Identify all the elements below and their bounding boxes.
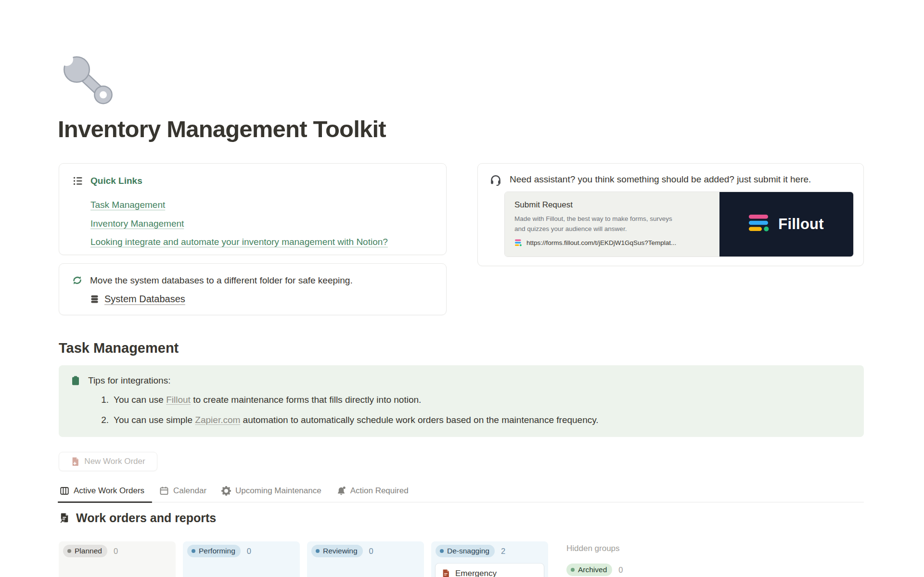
board-title: Work orders and reports	[76, 511, 216, 525]
quick-links-title: Quick Links	[90, 176, 142, 186]
embed-title: Submit Request	[514, 200, 710, 210]
column-de-snagging: De-snagging 2 Emergency	[431, 541, 548, 577]
group-chip-planned[interactable]: Planned	[63, 545, 107, 557]
status-dot	[571, 568, 575, 572]
tab-upcoming-maintenance[interactable]: Upcoming Maintenance	[220, 486, 322, 502]
status-dot	[316, 549, 320, 553]
bell-dot-icon	[336, 486, 346, 496]
status-dot	[440, 549, 444, 553]
list-icon	[73, 176, 83, 186]
group-count: 0	[369, 547, 373, 556]
tip-item-1: 1. You can use Fillout to create mainten…	[97, 394, 852, 406]
link-inventory-management[interactable]: Inventory Management	[90, 215, 184, 233]
system-databases-card: Move the system databases to a different…	[59, 263, 447, 315]
group-count: 0	[618, 565, 623, 575]
assist-card: Need assistant? you think something shou…	[477, 163, 864, 266]
link-automate-inventory[interactable]: Looking integrate and automate your inve…	[90, 233, 388, 252]
zapier-link[interactable]: Zapier.com	[195, 415, 240, 425]
fillout-link[interactable]: Fillout	[166, 395, 191, 405]
tips-callout: Tips for integrations: 1. You can use Fi…	[59, 365, 864, 437]
page-title: Inventory Management Toolkit	[58, 115, 386, 142]
tips-title: Tips for integrations:	[88, 375, 170, 386]
notion-page: Inventory Management Toolkit Quick Links…	[0, 0, 924, 577]
card-emergency[interactable]: Emergency	[436, 564, 544, 577]
column-performing: Performing 0	[183, 541, 300, 577]
board-columns-icon	[60, 486, 69, 496]
column-planned: Planned 0	[59, 541, 176, 577]
callout-text: Move the system databases to a different…	[90, 275, 353, 286]
embed-info: Submit Request Made with Fillout, the be…	[505, 192, 719, 256]
tab-calendar[interactable]: Calendar	[158, 486, 207, 502]
fillout-favicon-icon	[514, 239, 523, 247]
document-plus-icon	[71, 457, 80, 466]
linked-database-icon	[59, 512, 71, 524]
task-management-heading: Task Management	[59, 340, 179, 356]
group-count: 2	[501, 547, 505, 556]
status-dot	[67, 549, 71, 553]
hidden-groups-label: Hidden groups	[566, 544, 623, 553]
board-heading: Work orders and reports	[59, 511, 216, 525]
embed-description: Made with Fillout, the best way to make …	[514, 214, 683, 234]
column-reviewing: Reviewing 0	[307, 541, 424, 577]
kanban-board: Planned 0 Performing 0 Reviewing 0	[59, 541, 864, 577]
calendar-icon	[159, 486, 169, 496]
group-chip-de-snagging[interactable]: De-snagging	[436, 545, 495, 557]
tip-item-2: 2. You can use simple Zapier.com automat…	[97, 414, 852, 426]
sync-icon	[71, 274, 83, 286]
assist-text: Need assistant? you think something shou…	[510, 173, 811, 186]
tab-active-work-orders[interactable]: Active Work Orders	[59, 486, 145, 502]
group-chip-performing[interactable]: Performing	[187, 545, 241, 557]
tab-action-required[interactable]: Action Required	[335, 486, 410, 502]
wrench-icon[interactable]	[59, 51, 116, 110]
hidden-groups-section: Hidden groups Archived 0	[566, 544, 623, 576]
fillout-brand-text: Fillout	[778, 216, 823, 233]
group-count: 0	[247, 547, 251, 556]
document-icon	[441, 569, 450, 577]
view-tabs: Active Work Orders Calendar	[59, 486, 864, 502]
group-chip-reviewing[interactable]: Reviewing	[311, 545, 363, 557]
fillout-logo-icon	[749, 215, 772, 234]
gear-icon	[221, 486, 231, 496]
status-dot	[192, 549, 195, 553]
link-task-management[interactable]: Task Management	[90, 196, 165, 215]
fillout-embed-bookmark[interactable]: Submit Request Made with Fillout, the be…	[504, 192, 854, 257]
database-icon	[90, 294, 100, 304]
clipboard-icon	[70, 375, 81, 386]
group-count: 0	[114, 547, 118, 556]
fillout-logo: Fillout	[719, 192, 853, 256]
new-work-order-button[interactable]: New Work Order	[59, 452, 157, 471]
system-databases-link[interactable]: System Databases	[104, 294, 185, 305]
group-chip-archived[interactable]: Archived	[566, 564, 612, 576]
embed-url: https://forms.fillout.com/t/jEKDjW1GqSus…	[526, 239, 676, 246]
quick-links-card: Quick Links Task Management Inventory Ma…	[59, 163, 447, 255]
headset-icon	[489, 173, 502, 186]
